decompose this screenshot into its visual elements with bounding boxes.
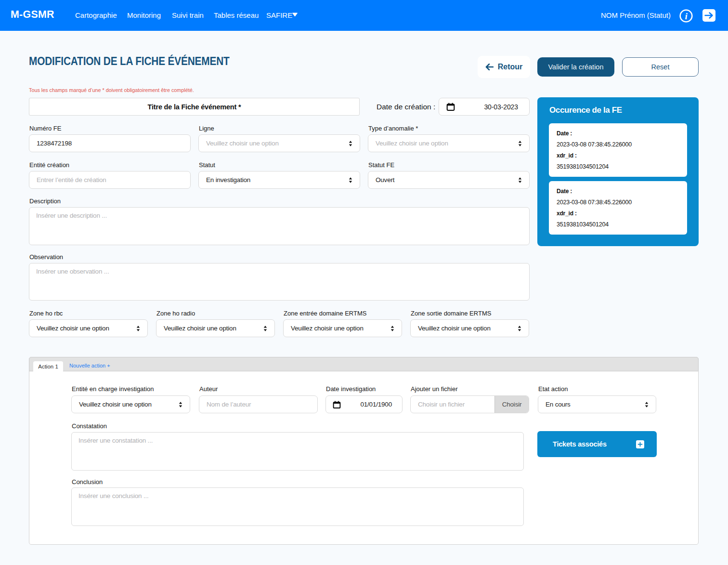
svg-text:i: i (685, 11, 688, 21)
